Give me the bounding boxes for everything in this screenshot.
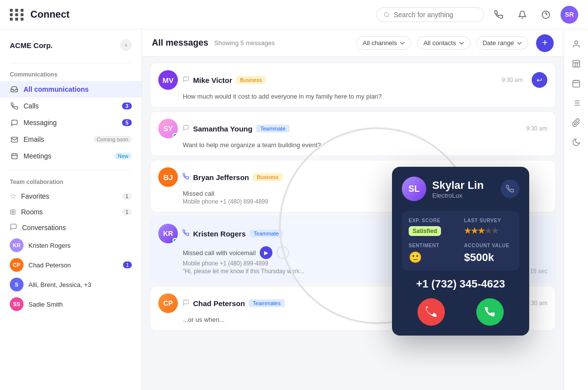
content-area: All messages Showing 5 messages All chan… (142, 29, 564, 390)
conv-item-chad[interactable]: CP Chad Peterson 1 (0, 255, 142, 275)
meetings-icon (10, 152, 19, 160)
communications-section-title: Communications (0, 67, 142, 81)
right-sidebar (564, 29, 588, 390)
call-contact-name: Skylar Lin (432, 179, 484, 192)
conv-item-sadie[interactable]: SS Sadie Smith (0, 294, 142, 314)
sidebar-collapse-btn[interactable]: ‹ (120, 39, 132, 51)
call-contact-profile: SL Skylar Lin ElectroLux (402, 177, 519, 201)
filter-all-channels[interactable]: All channels (356, 36, 411, 50)
app-brand: Connect (30, 9, 70, 20)
call-phone-number: +1 (732) 345-4623 (402, 278, 519, 290)
call-contact-company: ElectroLux (432, 192, 484, 199)
conv-label: Sadie Smith (28, 301, 132, 308)
svg-point-9 (575, 41, 578, 44)
chevron-down-icon (459, 41, 464, 46)
call-contact-stats: EXP. SCORE Satisfied LAST SURVEY ★★★★★ S… (402, 211, 519, 271)
filter-date-range[interactable]: Date range (476, 36, 528, 50)
favorites-icon: ☆ (10, 192, 16, 201)
msg-time: 9:30 am (502, 77, 523, 83)
attachment-icon-btn[interactable] (567, 114, 585, 131)
msg-tag: Teammates (249, 299, 285, 307)
message-channel-icon (183, 125, 189, 132)
call-more-options-btn[interactable] (501, 180, 519, 198)
sidebar-item-meetings[interactable]: Meetings New (0, 148, 142, 164)
call-channel-icon (183, 173, 189, 181)
phone-icon (506, 185, 514, 193)
msg-sender-name: Samantha Young (193, 125, 252, 133)
msg-tag: Teammate (250, 230, 283, 237)
tasklist-icon-btn[interactable] (567, 94, 585, 112)
sidebar-item-label: Messaging (24, 119, 117, 127)
svg-point-0 (385, 12, 389, 16)
filter-all-contacts[interactable]: All contacts (417, 36, 470, 50)
msg-name-row: Mike Victor Business (183, 76, 497, 84)
building-icon-btn[interactable] (567, 55, 585, 73)
sidebar-item-favorites[interactable]: ☆ Favorites 1 (0, 188, 142, 204)
message-card-mike-victor[interactable]: MV Mike Victor Business 9:30 am ↩ How mu… (150, 63, 556, 107)
conv-item-kristen[interactable]: KR Kristen Rogers (0, 235, 142, 255)
calendar-icon-btn[interactable] (567, 75, 585, 92)
messages-count: Showing 5 messages (214, 39, 275, 47)
accept-icon (485, 307, 495, 317)
sidebar-item-label: Calls (24, 102, 117, 110)
chevron-down-icon (400, 41, 405, 46)
message-channel-icon (183, 76, 189, 84)
msg-avatar: SY (158, 119, 178, 138)
decline-call-button[interactable] (417, 298, 445, 326)
divider (10, 170, 132, 171)
sidebar-item-messaging[interactable]: Messaging 5 (0, 114, 142, 131)
msg-sender-name: Bryan Jefferson (193, 173, 249, 182)
msg-sender-name: Mike Victor (193, 76, 232, 84)
sidebar-item-calls[interactable]: Calls 3 (0, 98, 142, 114)
conv-avatar: SS (10, 297, 24, 311)
moon-icon-btn[interactable] (567, 133, 585, 151)
phone-icon-btn[interactable] (490, 6, 508, 24)
reply-button[interactable]: ↩ (532, 72, 547, 88)
conv-avatar: KR (10, 238, 24, 252)
calls-badge: 3 (122, 103, 132, 109)
filter-label: All channels (363, 39, 397, 47)
last-survey-stars: ★★★★★ (464, 226, 513, 235)
search-input[interactable] (393, 11, 477, 19)
favorites-badge: 1 (122, 193, 132, 200)
main-layout: ACME Corp. ‹ Communications All communic… (0, 29, 588, 390)
meetings-badge: New (114, 153, 132, 159)
sentiment-emoji: 🙂 (409, 251, 422, 263)
msg-avatar: KR (158, 224, 178, 243)
account-value: $500k (464, 251, 513, 264)
star-icon: ★★★ (464, 227, 485, 235)
call-channel-icon (183, 230, 189, 237)
search-bar[interactable] (376, 7, 484, 22)
exp-score-stat: EXP. SCORE Satisfied (409, 218, 457, 236)
filter-label: All contacts (423, 39, 456, 47)
svg-rect-4 (11, 137, 18, 142)
sidebar-item-label: Emails (24, 135, 88, 143)
message-card-samantha-young[interactable]: SY Samantha Young Teammate 9:30 am Want … (150, 111, 556, 156)
sidebar-item-label: All communications (24, 85, 132, 93)
rooms-icon: ⊞ (10, 208, 16, 216)
message-channel-icon (183, 299, 189, 307)
msg-avatar: BJ (158, 167, 178, 187)
sentiment-stat: SENTIMENT 🙂 (409, 243, 457, 264)
incoming-call-popup: SL Skylar Lin ElectroLux EXP. SCORE Sati… (392, 167, 529, 336)
sidebar-item-rooms[interactable]: ⊞ Rooms 1 (0, 204, 142, 220)
msg-tag: Business (253, 173, 283, 181)
add-message-button[interactable]: + (536, 34, 554, 52)
sidebar-item-label: Meetings (24, 152, 109, 160)
accept-call-button[interactable] (476, 298, 504, 326)
team-collab-title: Team collaboration (0, 175, 142, 188)
help-icon-btn[interactable] (537, 6, 555, 24)
last-survey-stat: LAST SURVEY ★★★★★ (464, 218, 513, 236)
grid-icon[interactable] (10, 9, 24, 21)
user-avatar[interactable]: SR (561, 6, 578, 24)
messaging-icon (10, 118, 19, 127)
sidebar-item-conversations[interactable]: Conversations (0, 220, 142, 235)
sidebar-item-all-comms[interactable]: All communications (0, 81, 142, 98)
sidebar-item-emails[interactable]: Emails Coming soon (0, 131, 142, 148)
svg-rect-10 (573, 60, 580, 67)
bell-icon-btn[interactable] (514, 6, 531, 24)
contact-icon-btn[interactable] (567, 35, 585, 53)
decline-icon (426, 307, 437, 317)
conv-item-group[interactable]: S Alli, Brent, Jessica, +3 (0, 275, 142, 294)
play-voicemail-btn[interactable]: ▶ (260, 246, 272, 259)
